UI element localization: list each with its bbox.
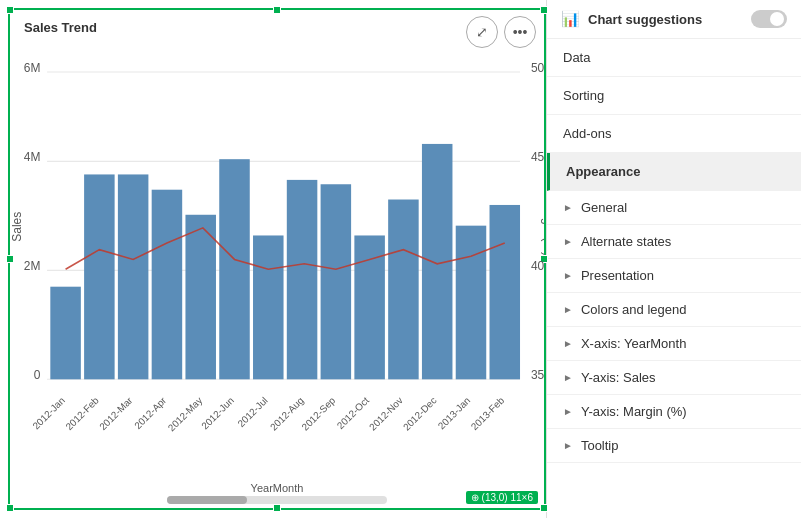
panel-sections: ► General► Alternate states► Presentatio… — [547, 191, 801, 463]
svg-rect-16 — [118, 174, 149, 379]
svg-rect-21 — [287, 180, 318, 379]
panel-section-colors-legend[interactable]: ► Colors and legend — [547, 293, 801, 327]
scrollbar-track[interactable] — [167, 496, 387, 504]
svg-text:4M: 4M — [24, 150, 41, 164]
svg-rect-17 — [152, 190, 183, 380]
svg-text:2012-Aug: 2012-Aug — [268, 395, 306, 433]
panel-nav: DataSortingAdd-onsAppearance — [547, 39, 801, 191]
chart-status: ⊕ (13,0) 11×6 — [466, 491, 538, 504]
panel-header-title: Chart suggestions — [588, 12, 702, 27]
panel-section-tooltip[interactable]: ► Tooltip — [547, 429, 801, 463]
svg-text:2013-Feb: 2013-Feb — [469, 394, 507, 432]
section-label: X-axis: YearMonth — [581, 336, 687, 351]
panel-section-y-axis-sales[interactable]: ► Y-axis: Sales — [547, 361, 801, 395]
chevron-icon: ► — [563, 338, 573, 349]
svg-text:Margin (%): Margin (%) — [541, 197, 544, 256]
panel-section-y-axis-margin[interactable]: ► Y-axis: Margin (%) — [547, 395, 801, 429]
section-label: Y-axis: Sales — [581, 370, 656, 385]
chevron-icon: ► — [563, 202, 573, 213]
svg-rect-18 — [185, 215, 216, 380]
svg-text:2012-May: 2012-May — [166, 395, 205, 434]
handle-tm[interactable] — [273, 6, 281, 14]
svg-rect-24 — [388, 200, 419, 380]
chevron-icon: ► — [563, 406, 573, 417]
panel-section-alternate-states[interactable]: ► Alternate states — [547, 225, 801, 259]
chevron-icon: ► — [563, 304, 573, 315]
svg-text:2012-Apr: 2012-Apr — [132, 394, 169, 431]
chart-suggestions-icon: 📊 — [561, 10, 580, 28]
chart-svg: 6M 4M 2M 0 50 45 40 35 Sales Margin (%) — [10, 40, 544, 468]
svg-text:50: 50 — [531, 61, 544, 75]
chart-title: Sales Trend — [24, 20, 97, 35]
expand-button[interactable]: ⤢ — [466, 16, 498, 48]
chevron-icon: ► — [563, 236, 573, 247]
svg-text:2012-Dec: 2012-Dec — [401, 395, 439, 433]
svg-rect-20 — [253, 235, 284, 379]
panel-item-appearance[interactable]: Appearance — [547, 153, 801, 191]
more-button[interactable]: ••• — [504, 16, 536, 48]
svg-rect-27 — [490, 205, 521, 379]
svg-text:2012-Oct: 2012-Oct — [335, 395, 371, 431]
svg-text:2012-Jan: 2012-Jan — [30, 395, 67, 432]
panel-item-addons[interactable]: Add-ons — [547, 115, 801, 153]
svg-text:40: 40 — [531, 259, 544, 273]
section-label: Tooltip — [581, 438, 619, 453]
panel-item-sorting[interactable]: Sorting — [547, 77, 801, 115]
panel-section-general[interactable]: ► General — [547, 191, 801, 225]
svg-text:45: 45 — [531, 150, 544, 164]
svg-text:2M: 2M — [24, 259, 41, 273]
chart-suggestions-toggle[interactable] — [751, 10, 787, 28]
chevron-icon: ► — [563, 270, 573, 281]
scrollbar-thumb[interactable] — [167, 496, 247, 504]
svg-text:Sales: Sales — [10, 212, 24, 242]
svg-rect-14 — [50, 287, 81, 380]
section-label: Alternate states — [581, 234, 671, 249]
chart-container: ⤢ ••• Sales Trend 6M 4M 2M 0 50 45 40 35… — [8, 8, 546, 510]
section-label: Y-axis: Margin (%) — [581, 404, 687, 419]
svg-rect-22 — [321, 184, 352, 379]
svg-rect-15 — [84, 174, 115, 379]
handle-tr[interactable] — [540, 6, 548, 14]
right-panel: 📊 Chart suggestions DataSortingAdd-onsAp… — [546, 0, 801, 518]
svg-text:0: 0 — [34, 368, 41, 382]
svg-text:2012-Feb: 2012-Feb — [63, 394, 101, 432]
section-label: Colors and legend — [581, 302, 687, 317]
panel-header: 📊 Chart suggestions — [547, 0, 801, 39]
svg-text:2012-Jun: 2012-Jun — [199, 395, 236, 432]
svg-text:2012-Sep: 2012-Sep — [299, 394, 337, 432]
svg-text:2012-Mar: 2012-Mar — [97, 394, 135, 432]
handle-tl[interactable] — [6, 6, 14, 14]
chevron-icon: ► — [563, 372, 573, 383]
chart-canvas: 6M 4M 2M 0 50 45 40 35 Sales Margin (%) — [10, 40, 544, 468]
svg-rect-26 — [456, 226, 487, 380]
chart-footer: YearMonth — [10, 470, 544, 508]
x-axis-label: YearMonth — [251, 482, 304, 494]
svg-text:6M: 6M — [24, 61, 41, 75]
panel-section-x-axis[interactable]: ► X-axis: YearMonth — [547, 327, 801, 361]
svg-text:35: 35 — [531, 368, 544, 382]
panel-header-left: 📊 Chart suggestions — [561, 10, 702, 28]
chevron-icon: ► — [563, 440, 573, 451]
chart-toolbar: ⤢ ••• — [466, 16, 536, 48]
panel-item-data[interactable]: Data — [547, 39, 801, 77]
svg-text:2013-Jan: 2013-Jan — [436, 395, 473, 432]
svg-text:2012-Nov: 2012-Nov — [367, 395, 405, 433]
svg-rect-19 — [219, 159, 250, 379]
svg-text:2012-Jul: 2012-Jul — [235, 395, 269, 429]
panel-section-presentation[interactable]: ► Presentation — [547, 259, 801, 293]
section-label: Presentation — [581, 268, 654, 283]
section-label: General — [581, 200, 627, 215]
